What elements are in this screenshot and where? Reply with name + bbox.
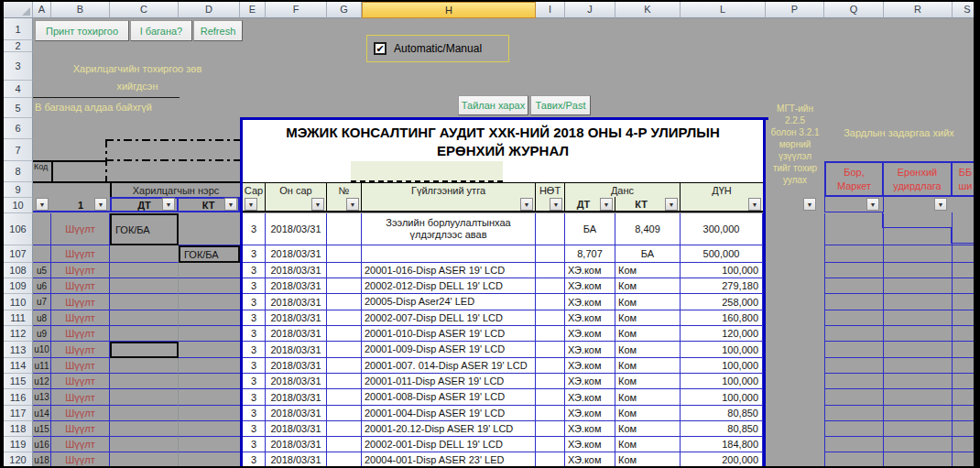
cell-I110[interactable]: [536, 294, 565, 310]
cell-H108[interactable]: 20001-016-Disp ASER 19' LCD: [362, 263, 536, 278]
cell-Q117[interactable]: [824, 406, 884, 421]
column-header-P[interactable]: P: [766, 2, 824, 18]
cell-H110[interactable]: 20005-Disp Aser24' LED: [362, 294, 536, 310]
cell-B114[interactable]: Шүүлт: [51, 358, 110, 374]
column-header-H[interactable]: H: [362, 2, 536, 18]
auto-manual-checkbox[interactable]: ✔: [374, 42, 387, 55]
column-header-B[interactable]: B: [51, 2, 110, 18]
cell-H116[interactable]: 20001-008-Disp ASER 19' LCD: [362, 389, 536, 406]
cell-P117[interactable]: [766, 406, 824, 421]
filter-dropdown-colD-icon[interactable]: ▼: [224, 198, 237, 211]
cell-L119[interactable]: 184,800: [681, 437, 763, 452]
cell-B106[interactable]: Шүүлт: [51, 213, 110, 245]
cell-P118[interactable]: [766, 421, 824, 437]
cell-B107[interactable]: Шүүлт: [51, 245, 110, 263]
filter-dropdown-no-icon[interactable]: ▼: [346, 198, 359, 211]
cell-G117[interactable]: [327, 406, 362, 421]
row-header-108[interactable]: 108: [4, 263, 33, 278]
cell-F117[interactable]: 2018/03/31: [266, 406, 327, 421]
cell-C109[interactable]: [110, 278, 179, 294]
cell-L107[interactable]: 500,000: [681, 245, 763, 263]
cell-B108[interactable]: Шүүлт: [51, 263, 110, 278]
cell-F112[interactable]: 2018/03/31: [266, 326, 327, 342]
column-check-button[interactable]: I багана?: [130, 20, 192, 41]
cell-L110[interactable]: 258,000: [681, 294, 763, 310]
cell-J108[interactable]: ХЭ.ком: [565, 263, 615, 278]
cell-H109[interactable]: 20002-012-Disp DELL 19' LCD: [362, 278, 536, 294]
cell-B111[interactable]: Шүүлт: [51, 310, 110, 326]
column-header-R[interactable]: R: [884, 2, 953, 18]
cell-Q110[interactable]: [824, 294, 884, 310]
cell-R106[interactable]: [884, 213, 953, 245]
cell-G115[interactable]: [327, 374, 362, 389]
cell-G108[interactable]: [327, 263, 362, 278]
cell-Q113[interactable]: [824, 342, 884, 358]
green-input-cell[interactable]: [351, 161, 503, 182]
row-header-106[interactable]: 106: [4, 213, 33, 245]
cell-G106[interactable]: [327, 213, 362, 245]
cell-R116[interactable]: [884, 389, 953, 406]
cell-J116[interactable]: ХЭ.ком: [565, 389, 615, 406]
column-header-J[interactable]: J: [565, 2, 615, 18]
row-header-110[interactable]: 110: [4, 294, 33, 310]
cell-K119[interactable]: Ком: [615, 437, 681, 452]
cell-G110[interactable]: [327, 294, 362, 310]
cell-B110[interactable]: Шүүлт: [51, 294, 110, 310]
cell-C111[interactable]: [110, 310, 179, 326]
cell-C114[interactable]: [110, 358, 179, 374]
cell-I119[interactable]: [536, 437, 565, 452]
cell-H118[interactable]: 20001-20.12-Disp ASER 19' LCD: [362, 421, 536, 437]
row-header-2[interactable]: 2: [4, 40, 33, 52]
column-header-C[interactable]: C: [110, 2, 179, 18]
cell-C113[interactable]: [110, 342, 179, 358]
cell-F114[interactable]: 2018/03/31: [266, 358, 327, 374]
row-header-118[interactable]: 118: [4, 421, 33, 437]
cell-J114[interactable]: ХЭ.ком: [565, 358, 615, 374]
cell-F116[interactable]: 2018/03/31: [266, 389, 327, 406]
column-header-Q[interactable]: Q: [824, 2, 884, 18]
cell-Q118[interactable]: [824, 421, 884, 437]
cell-E111[interactable]: 3: [243, 310, 266, 326]
cell-I107[interactable]: [536, 245, 565, 263]
cell-E108[interactable]: 3: [243, 263, 266, 278]
cell-L112[interactable]: 120,000: [681, 326, 763, 342]
cell-H112[interactable]: 20001-010-Disp ASER 19' LCD: [362, 326, 536, 342]
cell-C119[interactable]: [110, 437, 179, 452]
cell-E117[interactable]: 3: [243, 406, 266, 421]
cell-C117[interactable]: [110, 406, 179, 421]
cell-J107[interactable]: 8,707: [565, 245, 615, 263]
cell-P116[interactable]: [766, 389, 824, 406]
cell-P110[interactable]: [766, 294, 824, 310]
column-header-F[interactable]: F: [266, 2, 327, 18]
cell-F113[interactable]: 2018/03/31: [266, 342, 327, 358]
cell-K113[interactable]: Ком: [615, 342, 681, 358]
column-header-K[interactable]: K: [615, 2, 681, 18]
cell-A106[interactable]: [33, 213, 51, 245]
cell-R114[interactable]: [884, 358, 953, 374]
cell-A107[interactable]: [33, 245, 51, 263]
cell-J112[interactable]: ХЭ.ком: [565, 326, 615, 342]
cell-C108[interactable]: [110, 263, 179, 278]
cell-F110[interactable]: 2018/03/31: [266, 294, 327, 310]
cell-P113[interactable]: [766, 342, 824, 358]
cell-G107[interactable]: [327, 245, 362, 263]
row-header-1[interactable]: 1: [4, 18, 33, 40]
cell-B118[interactable]: Шүүлт: [51, 421, 110, 437]
cell-F108[interactable]: 2018/03/31: [266, 263, 327, 278]
cell-H117[interactable]: 20001-004-Disp ASER 19' LCD: [362, 406, 536, 421]
cell-B115[interactable]: Шүүлт: [51, 374, 110, 389]
cell-F109[interactable]: 2018/03/31: [266, 278, 327, 294]
row-header-109[interactable]: 109: [4, 278, 33, 294]
filter-dropdown-colC-icon[interactable]: ▼: [162, 198, 175, 211]
cell-Q106[interactable]: [824, 213, 884, 245]
paste-button[interactable]: Тавих/Past: [530, 95, 591, 115]
cell-F106[interactable]: 2018/03/31: [266, 213, 327, 245]
row-header-119[interactable]: 119: [4, 437, 33, 452]
cell-Q108[interactable]: [824, 263, 884, 278]
cell-K116[interactable]: Ком: [615, 389, 681, 406]
cell-R107[interactable]: [884, 245, 953, 263]
row-header-114[interactable]: 114: [4, 358, 33, 374]
row-header-112[interactable]: 112: [4, 326, 33, 342]
cell-P119[interactable]: [766, 437, 824, 452]
cell-R118[interactable]: [884, 421, 953, 437]
